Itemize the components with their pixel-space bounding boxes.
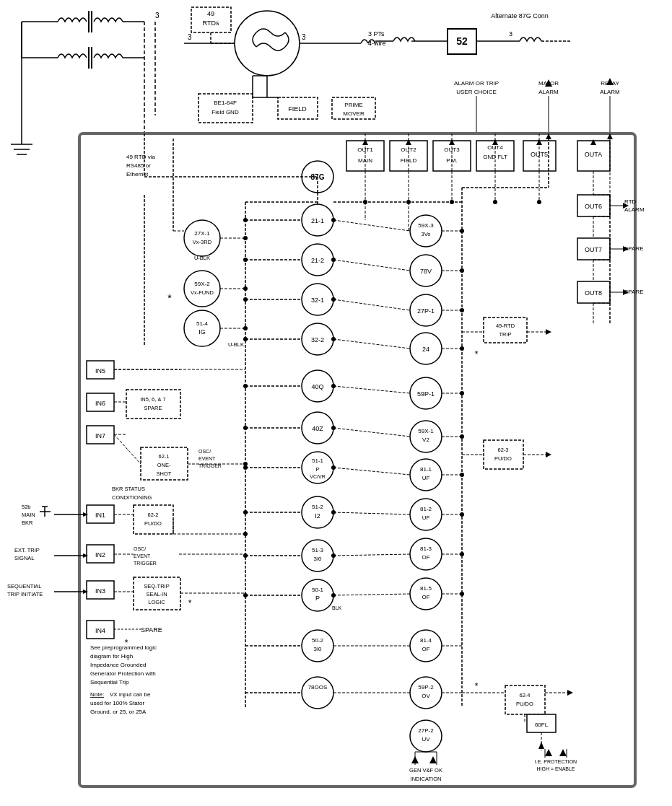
- svg-text:62-4: 62-4: [519, 692, 530, 698]
- svg-text:*: *: [475, 349, 479, 359]
- svg-text:59P-2: 59P-2: [418, 684, 434, 691]
- svg-text:Ground, or 25, or 25A: Ground, or 25, or 25A: [90, 709, 147, 715]
- svg-text:32-2: 32-2: [311, 336, 324, 343]
- svg-text:27X-1: 27X-1: [194, 230, 210, 237]
- svg-point-18: [235, 11, 300, 76]
- svg-point-289: [331, 297, 336, 302]
- svg-text:TRIP: TRIP: [499, 331, 511, 338]
- svg-rect-226: [484, 440, 523, 469]
- svg-text:59P-1: 59P-1: [417, 390, 435, 398]
- svg-text:ALARM: ALARM: [538, 89, 559, 95]
- svg-text:Vx-3RD: Vx-3RD: [193, 239, 212, 245]
- svg-rect-31: [198, 94, 253, 123]
- breaker-52-label: 52: [456, 35, 468, 47]
- svg-point-317: [460, 473, 464, 477]
- svg-text:3I0: 3I0: [313, 646, 322, 652]
- svg-text:VX input can be: VX input can be: [110, 691, 151, 698]
- svg-text:IN6: IN6: [95, 400, 105, 407]
- svg-text:3: 3: [509, 30, 512, 38]
- svg-text:U-BLK: U-BLK: [194, 255, 210, 261]
- svg-text:U-BLK: U-BLK: [228, 341, 244, 348]
- svg-text:OF: OF: [422, 554, 429, 561]
- svg-point-397: [450, 200, 454, 204]
- svg-text:SEQUENTIAL: SEQUENTIAL: [7, 583, 42, 590]
- svg-text:59X-3: 59X-3: [418, 222, 434, 229]
- svg-text:EVENT: EVENT: [198, 456, 216, 461]
- svg-text:50-1: 50-1: [312, 587, 324, 593]
- svg-text:81-2: 81-2: [420, 506, 432, 512]
- svg-point-318: [460, 512, 464, 517]
- svg-point-344: [243, 286, 248, 291]
- svg-point-288: [331, 258, 336, 262]
- svg-text:PRIME: PRIME: [344, 102, 362, 108]
- svg-rect-223: [484, 317, 527, 343]
- svg-text:78OOS: 78OOS: [308, 684, 328, 691]
- svg-text:BE1-64F: BE1-64F: [214, 100, 237, 106]
- svg-point-290: [331, 337, 336, 341]
- svg-text:Note:: Note:: [90, 691, 104, 698]
- svg-text:21-1: 21-1: [311, 217, 324, 224]
- svg-text:I.E. PROTECTION: I.E. PROTECTION: [535, 759, 577, 764]
- svg-text:SEQ-TRIP: SEQ-TRIP: [144, 583, 169, 590]
- svg-point-320: [460, 592, 464, 596]
- svg-text:81-4: 81-4: [420, 637, 432, 644]
- svg-text:SEAL-IN: SEAL-IN: [146, 591, 167, 597]
- svg-text:24: 24: [422, 346, 429, 353]
- svg-text:TRIGGER: TRIGGER: [134, 561, 157, 566]
- svg-text:OF: OF: [422, 594, 429, 600]
- svg-point-287: [331, 218, 336, 222]
- svg-text:BKR: BKR: [22, 520, 33, 526]
- svg-text:32-1: 32-1: [311, 297, 324, 304]
- svg-point-319: [460, 552, 464, 556]
- svg-text:BLK: BLK: [332, 605, 342, 610]
- svg-text:MAIN: MAIN: [22, 512, 35, 518]
- svg-text:3: 3: [188, 33, 192, 41]
- main-diagram-svg: 3 49 RTDs 3 3 3 PTs 4-wire 52 Alternate …: [0, 0, 672, 806]
- svg-text:P: P: [315, 466, 319, 473]
- svg-text:SHOT: SHOT: [157, 470, 172, 477]
- svg-text:INDICATION: INDICATION: [411, 776, 442, 782]
- svg-text:UV: UV: [422, 736, 430, 743]
- svg-text:59X-1: 59X-1: [418, 428, 434, 434]
- svg-point-315: [460, 391, 464, 395]
- svg-point-95: [184, 271, 220, 307]
- svg-point-293: [331, 465, 336, 470]
- svg-text:51-3: 51-3: [312, 547, 324, 553]
- rtd-label-top: 49: [207, 10, 214, 17]
- svg-text:UF: UF: [422, 514, 430, 521]
- svg-text:IN5, 6, & 7: IN5, 6, & 7: [140, 396, 165, 403]
- svg-text:50-2: 50-2: [312, 637, 324, 644]
- svg-rect-174: [126, 390, 180, 419]
- svg-text:ALARM: ALARM: [624, 206, 645, 213]
- svg-text:UF: UF: [422, 475, 430, 481]
- rtd-label-bottom: RTDs: [203, 19, 219, 27]
- svg-text:60FL: 60FL: [535, 722, 549, 728]
- svg-text:EVENT: EVENT: [134, 553, 151, 558]
- svg-text:MOVER: MOVER: [343, 110, 365, 117]
- svg-point-312: [460, 268, 464, 273]
- svg-text:SIGNAL: SIGNAL: [14, 555, 35, 561]
- svg-point-131: [302, 677, 333, 709]
- conductor-count-top: 3: [155, 12, 160, 19]
- svg-text:Impedance Grounded: Impedance Grounded: [90, 662, 146, 668]
- svg-text:Field GND: Field GND: [211, 109, 239, 115]
- svg-text:49-RTD: 49-RTD: [496, 323, 515, 329]
- svg-point-295: [331, 553, 336, 558]
- svg-point-91: [184, 220, 220, 256]
- svg-text:RTD: RTD: [624, 198, 637, 205]
- svg-text:78V: 78V: [420, 268, 432, 275]
- svg-text:OUT6: OUT6: [585, 203, 602, 210]
- svg-text:ONE-: ONE-: [157, 462, 171, 468]
- field-label: FIELD: [288, 105, 307, 113]
- svg-text:51-4: 51-4: [196, 320, 209, 327]
- svg-point-296: [331, 593, 336, 597]
- svg-text:62-1: 62-1: [158, 453, 169, 460]
- svg-text:IN1: IN1: [95, 512, 105, 519]
- svg-text:PU/DO: PU/DO: [144, 520, 162, 527]
- diagram-container: 3 49 RTDs 3 3 3 PTs 4-wire 52 Alternate …: [0, 0, 672, 806]
- pts-label-line1: 3 PTs: [368, 30, 385, 38]
- svg-text:V2: V2: [422, 437, 429, 443]
- svg-text:21-2: 21-2: [311, 257, 324, 264]
- svg-point-311: [460, 229, 464, 233]
- svg-text:PU/DO: PU/DO: [494, 455, 512, 462]
